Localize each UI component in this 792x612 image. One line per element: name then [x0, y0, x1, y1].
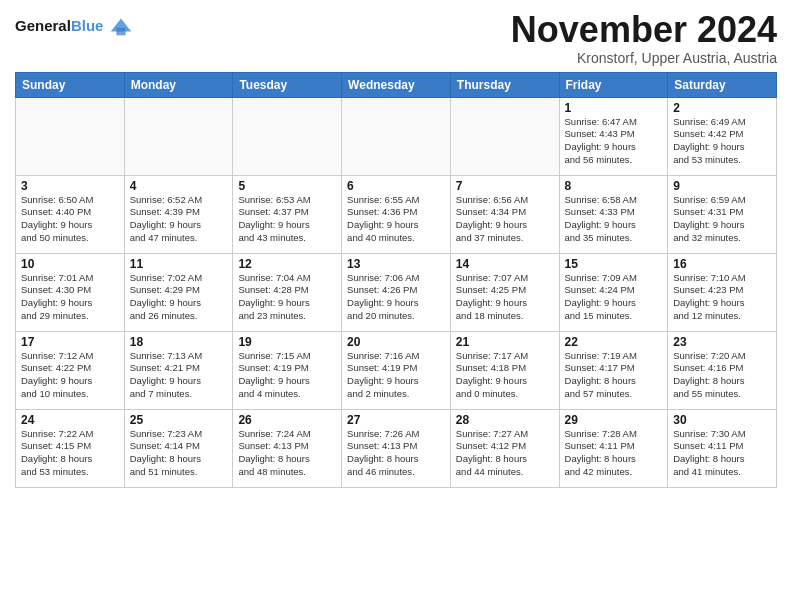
- calendar-cell: 10Sunrise: 7:01 AM Sunset: 4:30 PM Dayli…: [16, 253, 125, 331]
- calendar-cell: 15Sunrise: 7:09 AM Sunset: 4:24 PM Dayli…: [559, 253, 668, 331]
- day-number: 21: [456, 335, 554, 349]
- weekday-header-monday: Monday: [124, 72, 233, 97]
- day-info: Sunrise: 7:16 AM Sunset: 4:19 PM Dayligh…: [347, 350, 445, 401]
- day-number: 20: [347, 335, 445, 349]
- calendar-cell: [124, 97, 233, 175]
- day-number: 15: [565, 257, 663, 271]
- day-number: 1: [565, 101, 663, 115]
- calendar-week-4: 17Sunrise: 7:12 AM Sunset: 4:22 PM Dayli…: [16, 331, 777, 409]
- calendar-table: SundayMondayTuesdayWednesdayThursdayFrid…: [15, 72, 777, 488]
- day-info: Sunrise: 6:49 AM Sunset: 4:42 PM Dayligh…: [673, 116, 771, 167]
- logo: GeneralBlue: [15, 14, 135, 38]
- calendar-week-3: 10Sunrise: 7:01 AM Sunset: 4:30 PM Dayli…: [16, 253, 777, 331]
- day-info: Sunrise: 6:47 AM Sunset: 4:43 PM Dayligh…: [565, 116, 663, 167]
- day-number: 3: [21, 179, 119, 193]
- day-number: 14: [456, 257, 554, 271]
- weekday-header-saturday: Saturday: [668, 72, 777, 97]
- day-info: Sunrise: 7:04 AM Sunset: 4:28 PM Dayligh…: [238, 272, 336, 323]
- day-number: 23: [673, 335, 771, 349]
- day-info: Sunrise: 7:01 AM Sunset: 4:30 PM Dayligh…: [21, 272, 119, 323]
- calendar-cell: 25Sunrise: 7:23 AM Sunset: 4:14 PM Dayli…: [124, 409, 233, 487]
- day-number: 8: [565, 179, 663, 193]
- calendar-cell: 6Sunrise: 6:55 AM Sunset: 4:36 PM Daylig…: [342, 175, 451, 253]
- weekday-header-sunday: Sunday: [16, 72, 125, 97]
- calendar-cell: 24Sunrise: 7:22 AM Sunset: 4:15 PM Dayli…: [16, 409, 125, 487]
- calendar-cell: [342, 97, 451, 175]
- page-container: GeneralBlue November 2024 Kronstorf, Upp…: [0, 0, 792, 493]
- calendar-cell: 19Sunrise: 7:15 AM Sunset: 4:19 PM Dayli…: [233, 331, 342, 409]
- calendar-cell: 13Sunrise: 7:06 AM Sunset: 4:26 PM Dayli…: [342, 253, 451, 331]
- day-info: Sunrise: 7:13 AM Sunset: 4:21 PM Dayligh…: [130, 350, 228, 401]
- day-number: 12: [238, 257, 336, 271]
- calendar-cell: 27Sunrise: 7:26 AM Sunset: 4:13 PM Dayli…: [342, 409, 451, 487]
- day-number: 17: [21, 335, 119, 349]
- day-number: 26: [238, 413, 336, 427]
- calendar-cell: [16, 97, 125, 175]
- day-number: 30: [673, 413, 771, 427]
- calendar-cell: 16Sunrise: 7:10 AM Sunset: 4:23 PM Dayli…: [668, 253, 777, 331]
- day-number: 29: [565, 413, 663, 427]
- day-number: 6: [347, 179, 445, 193]
- calendar-cell: 2Sunrise: 6:49 AM Sunset: 4:42 PM Daylig…: [668, 97, 777, 175]
- calendar-cell: 9Sunrise: 6:59 AM Sunset: 4:31 PM Daylig…: [668, 175, 777, 253]
- day-number: 13: [347, 257, 445, 271]
- logo-icon: [107, 14, 135, 38]
- calendar-cell: 4Sunrise: 6:52 AM Sunset: 4:39 PM Daylig…: [124, 175, 233, 253]
- day-number: 19: [238, 335, 336, 349]
- day-info: Sunrise: 7:20 AM Sunset: 4:16 PM Dayligh…: [673, 350, 771, 401]
- logo-text: GeneralBlue: [15, 18, 103, 35]
- month-title: November 2024: [511, 10, 777, 50]
- calendar-cell: 7Sunrise: 6:56 AM Sunset: 4:34 PM Daylig…: [450, 175, 559, 253]
- day-number: 16: [673, 257, 771, 271]
- calendar-cell: 22Sunrise: 7:19 AM Sunset: 4:17 PM Dayli…: [559, 331, 668, 409]
- day-number: 4: [130, 179, 228, 193]
- day-info: Sunrise: 6:52 AM Sunset: 4:39 PM Dayligh…: [130, 194, 228, 245]
- calendar-cell: 5Sunrise: 6:53 AM Sunset: 4:37 PM Daylig…: [233, 175, 342, 253]
- day-number: 28: [456, 413, 554, 427]
- calendar-cell: 28Sunrise: 7:27 AM Sunset: 4:12 PM Dayli…: [450, 409, 559, 487]
- calendar-cell: 21Sunrise: 7:17 AM Sunset: 4:18 PM Dayli…: [450, 331, 559, 409]
- calendar-week-5: 24Sunrise: 7:22 AM Sunset: 4:15 PM Dayli…: [16, 409, 777, 487]
- calendar-cell: 1Sunrise: 6:47 AM Sunset: 4:43 PM Daylig…: [559, 97, 668, 175]
- day-number: 7: [456, 179, 554, 193]
- calendar-cell: 8Sunrise: 6:58 AM Sunset: 4:33 PM Daylig…: [559, 175, 668, 253]
- day-number: 2: [673, 101, 771, 115]
- day-number: 5: [238, 179, 336, 193]
- calendar-cell: 18Sunrise: 7:13 AM Sunset: 4:21 PM Dayli…: [124, 331, 233, 409]
- weekday-header-wednesday: Wednesday: [342, 72, 451, 97]
- calendar-cell: 29Sunrise: 7:28 AM Sunset: 4:11 PM Dayli…: [559, 409, 668, 487]
- location: Kronstorf, Upper Austria, Austria: [511, 50, 777, 66]
- calendar-cell: 17Sunrise: 7:12 AM Sunset: 4:22 PM Dayli…: [16, 331, 125, 409]
- day-number: 22: [565, 335, 663, 349]
- weekday-header-friday: Friday: [559, 72, 668, 97]
- calendar-week-1: 1Sunrise: 6:47 AM Sunset: 4:43 PM Daylig…: [16, 97, 777, 175]
- day-info: Sunrise: 6:53 AM Sunset: 4:37 PM Dayligh…: [238, 194, 336, 245]
- day-info: Sunrise: 6:56 AM Sunset: 4:34 PM Dayligh…: [456, 194, 554, 245]
- day-info: Sunrise: 7:07 AM Sunset: 4:25 PM Dayligh…: [456, 272, 554, 323]
- day-info: Sunrise: 7:17 AM Sunset: 4:18 PM Dayligh…: [456, 350, 554, 401]
- calendar-cell: 26Sunrise: 7:24 AM Sunset: 4:13 PM Dayli…: [233, 409, 342, 487]
- day-info: Sunrise: 7:27 AM Sunset: 4:12 PM Dayligh…: [456, 428, 554, 479]
- day-number: 27: [347, 413, 445, 427]
- calendar-cell: 23Sunrise: 7:20 AM Sunset: 4:16 PM Dayli…: [668, 331, 777, 409]
- day-number: 10: [21, 257, 119, 271]
- day-info: Sunrise: 7:23 AM Sunset: 4:14 PM Dayligh…: [130, 428, 228, 479]
- day-info: Sunrise: 7:26 AM Sunset: 4:13 PM Dayligh…: [347, 428, 445, 479]
- day-info: Sunrise: 6:58 AM Sunset: 4:33 PM Dayligh…: [565, 194, 663, 245]
- day-number: 18: [130, 335, 228, 349]
- day-info: Sunrise: 6:50 AM Sunset: 4:40 PM Dayligh…: [21, 194, 119, 245]
- day-info: Sunrise: 7:30 AM Sunset: 4:11 PM Dayligh…: [673, 428, 771, 479]
- day-info: Sunrise: 6:59 AM Sunset: 4:31 PM Dayligh…: [673, 194, 771, 245]
- calendar-cell: 30Sunrise: 7:30 AM Sunset: 4:11 PM Dayli…: [668, 409, 777, 487]
- day-info: Sunrise: 6:55 AM Sunset: 4:36 PM Dayligh…: [347, 194, 445, 245]
- day-info: Sunrise: 7:09 AM Sunset: 4:24 PM Dayligh…: [565, 272, 663, 323]
- calendar-cell: [233, 97, 342, 175]
- day-info: Sunrise: 7:15 AM Sunset: 4:19 PM Dayligh…: [238, 350, 336, 401]
- weekday-header-row: SundayMondayTuesdayWednesdayThursdayFrid…: [16, 72, 777, 97]
- weekday-header-thursday: Thursday: [450, 72, 559, 97]
- calendar-cell: 20Sunrise: 7:16 AM Sunset: 4:19 PM Dayli…: [342, 331, 451, 409]
- day-info: Sunrise: 7:10 AM Sunset: 4:23 PM Dayligh…: [673, 272, 771, 323]
- header: GeneralBlue November 2024 Kronstorf, Upp…: [15, 10, 777, 66]
- calendar-cell: 14Sunrise: 7:07 AM Sunset: 4:25 PM Dayli…: [450, 253, 559, 331]
- calendar-cell: [450, 97, 559, 175]
